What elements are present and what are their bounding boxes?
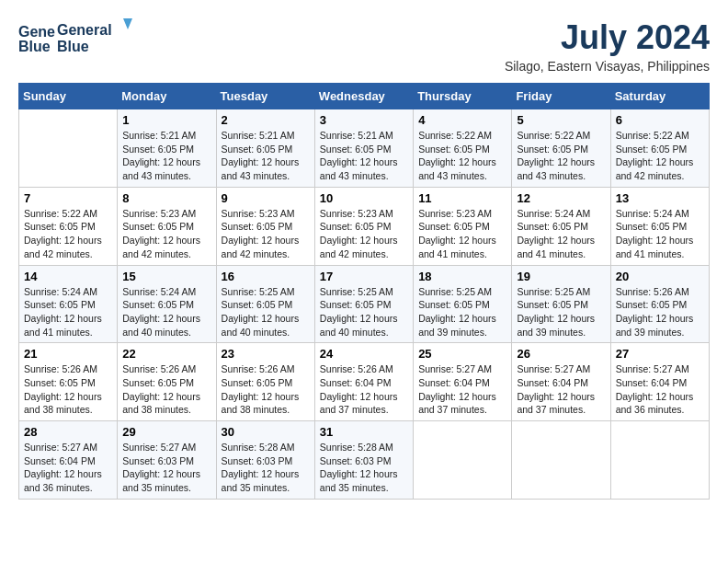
svg-text:General: General	[18, 24, 55, 40]
calendar-cell: 19Sunrise: 5:25 AM Sunset: 6:05 PM Dayli…	[512, 265, 610, 343]
calendar-cell: 24Sunrise: 5:26 AM Sunset: 6:04 PM Dayli…	[314, 343, 413, 421]
calendar-cell	[19, 109, 118, 188]
day-number: 16	[222, 270, 310, 283]
day-number: 14	[24, 270, 112, 283]
svg-text:Blue: Blue	[18, 39, 51, 54]
calendar-week-row: 1Sunrise: 5:21 AM Sunset: 6:05 PM Daylig…	[19, 109, 710, 188]
calendar-cell: 4Sunrise: 5:22 AM Sunset: 6:05 PM Daylig…	[414, 109, 512, 188]
cell-content: Sunrise: 5:21 AM Sunset: 6:05 PM Dayligh…	[122, 129, 210, 183]
svg-text:Blue: Blue	[57, 39, 89, 54]
cell-content: Sunrise: 5:25 AM Sunset: 6:05 PM Dayligh…	[418, 285, 506, 339]
title-block: July 2024 Silago, Eastern Visayas, Phili…	[505, 18, 710, 74]
col-monday: Monday	[118, 84, 216, 109]
month-year-title: July 2024	[505, 18, 710, 57]
calendar-cell: 2Sunrise: 5:21 AM Sunset: 6:05 PM Daylig…	[216, 109, 314, 188]
cell-content: Sunrise: 5:23 AM Sunset: 6:05 PM Dayligh…	[320, 207, 408, 261]
calendar-week-row: 7Sunrise: 5:22 AM Sunset: 6:05 PM Daylig…	[19, 187, 710, 265]
day-number: 9	[222, 191, 310, 205]
cell-content: Sunrise: 5:25 AM Sunset: 6:05 PM Dayligh…	[222, 285, 310, 339]
calendar-cell: 6Sunrise: 5:22 AM Sunset: 6:05 PM Daylig…	[610, 109, 709, 188]
calendar-cell: 18Sunrise: 5:25 AM Sunset: 6:05 PM Dayli…	[414, 265, 512, 343]
col-thursday: Thursday	[414, 84, 512, 109]
svg-text:General: General	[57, 22, 112, 38]
cell-content: Sunrise: 5:27 AM Sunset: 6:03 PM Dayligh…	[122, 441, 210, 495]
day-number: 24	[320, 347, 408, 361]
calendar-table: Sunday Monday Tuesday Wednesday Thursday…	[18, 83, 710, 500]
day-number: 11	[418, 191, 506, 205]
calendar-cell	[414, 421, 512, 500]
calendar-cell	[610, 421, 709, 500]
cell-content: Sunrise: 5:22 AM Sunset: 6:05 PM Dayligh…	[517, 129, 605, 183]
svg-marker-5	[123, 18, 132, 29]
day-number: 12	[517, 191, 605, 205]
calendar-cell: 23Sunrise: 5:26 AM Sunset: 6:05 PM Dayli…	[216, 343, 314, 421]
calendar-cell	[512, 421, 610, 500]
day-number: 22	[122, 347, 210, 361]
cell-content: Sunrise: 5:24 AM Sunset: 6:05 PM Dayligh…	[122, 285, 210, 339]
day-number: 20	[616, 270, 704, 283]
calendar-cell: 1Sunrise: 5:21 AM Sunset: 6:05 PM Daylig…	[118, 109, 216, 188]
day-number: 2	[222, 113, 310, 127]
calendar-cell: 13Sunrise: 5:24 AM Sunset: 6:05 PM Dayli…	[610, 187, 709, 265]
cell-content: Sunrise: 5:22 AM Sunset: 6:05 PM Dayligh…	[418, 129, 506, 183]
calendar-cell: 3Sunrise: 5:21 AM Sunset: 6:05 PM Daylig…	[314, 109, 413, 188]
day-number: 17	[320, 270, 408, 283]
day-number: 7	[24, 191, 112, 205]
day-number: 3	[320, 113, 408, 127]
cell-content: Sunrise: 5:23 AM Sunset: 6:05 PM Dayligh…	[122, 207, 210, 261]
day-number: 30	[222, 425, 310, 439]
logo: General Blue General Blue	[18, 18, 140, 59]
calendar-cell: 29Sunrise: 5:27 AM Sunset: 6:03 PM Dayli…	[118, 421, 216, 500]
calendar-cell: 30Sunrise: 5:28 AM Sunset: 6:03 PM Dayli…	[216, 421, 314, 500]
day-number: 4	[418, 113, 506, 127]
location-subtitle: Silago, Eastern Visayas, Philippines	[505, 59, 710, 74]
day-number: 26	[517, 347, 605, 361]
logo-icon: General Blue	[18, 20, 55, 57]
cell-content: Sunrise: 5:26 AM Sunset: 6:05 PM Dayligh…	[24, 362, 112, 417]
col-tuesday: Tuesday	[216, 84, 314, 109]
cell-content: Sunrise: 5:22 AM Sunset: 6:05 PM Dayligh…	[616, 129, 704, 183]
calendar-cell: 10Sunrise: 5:23 AM Sunset: 6:05 PM Dayli…	[314, 187, 413, 265]
calendar-cell: 20Sunrise: 5:26 AM Sunset: 6:05 PM Dayli…	[610, 265, 709, 343]
calendar-cell: 17Sunrise: 5:25 AM Sunset: 6:05 PM Dayli…	[314, 265, 413, 343]
calendar-week-row: 21Sunrise: 5:26 AM Sunset: 6:05 PM Dayli…	[19, 343, 710, 421]
calendar-cell: 7Sunrise: 5:22 AM Sunset: 6:05 PM Daylig…	[19, 187, 118, 265]
cell-content: Sunrise: 5:28 AM Sunset: 6:03 PM Dayligh…	[320, 441, 408, 495]
cell-content: Sunrise: 5:25 AM Sunset: 6:05 PM Dayligh…	[320, 285, 408, 339]
cell-content: Sunrise: 5:24 AM Sunset: 6:05 PM Dayligh…	[616, 207, 704, 261]
cell-content: Sunrise: 5:22 AM Sunset: 6:05 PM Dayligh…	[24, 207, 112, 261]
calendar-cell: 26Sunrise: 5:27 AM Sunset: 6:04 PM Dayli…	[512, 343, 610, 421]
calendar-cell: 11Sunrise: 5:23 AM Sunset: 6:05 PM Dayli…	[414, 187, 512, 265]
day-number: 8	[122, 191, 210, 205]
header-row: Sunday Monday Tuesday Wednesday Thursday…	[19, 84, 710, 109]
cell-content: Sunrise: 5:24 AM Sunset: 6:05 PM Dayligh…	[24, 285, 112, 339]
col-friday: Friday	[512, 84, 610, 109]
calendar-cell: 5Sunrise: 5:22 AM Sunset: 6:05 PM Daylig…	[512, 109, 610, 188]
calendar-cell: 12Sunrise: 5:24 AM Sunset: 6:05 PM Dayli…	[512, 187, 610, 265]
calendar-week-row: 28Sunrise: 5:27 AM Sunset: 6:04 PM Dayli…	[19, 421, 710, 500]
col-sunday: Sunday	[19, 84, 118, 109]
calendar-cell: 28Sunrise: 5:27 AM Sunset: 6:04 PM Dayli…	[19, 421, 118, 500]
cell-content: Sunrise: 5:26 AM Sunset: 6:05 PM Dayligh…	[222, 362, 310, 417]
day-number: 10	[320, 191, 408, 205]
day-number: 27	[616, 347, 704, 361]
calendar-body: 1Sunrise: 5:21 AM Sunset: 6:05 PM Daylig…	[19, 109, 710, 500]
day-number: 29	[122, 425, 210, 439]
cell-content: Sunrise: 5:26 AM Sunset: 6:04 PM Dayligh…	[320, 362, 408, 417]
day-number: 13	[616, 191, 704, 205]
day-number: 1	[122, 113, 210, 127]
day-number: 31	[320, 425, 408, 439]
logo-full: General Blue	[57, 18, 140, 59]
cell-content: Sunrise: 5:27 AM Sunset: 6:04 PM Dayligh…	[616, 362, 704, 417]
cell-content: Sunrise: 5:24 AM Sunset: 6:05 PM Dayligh…	[517, 207, 605, 261]
day-number: 5	[517, 113, 605, 127]
day-number: 6	[616, 113, 704, 127]
cell-content: Sunrise: 5:23 AM Sunset: 6:05 PM Dayligh…	[418, 207, 506, 261]
calendar-cell: 25Sunrise: 5:27 AM Sunset: 6:04 PM Dayli…	[414, 343, 512, 421]
calendar-cell: 8Sunrise: 5:23 AM Sunset: 6:05 PM Daylig…	[118, 187, 216, 265]
page-header: General Blue General Blue July 2024 Sila…	[18, 18, 710, 74]
day-number: 18	[418, 270, 506, 283]
cell-content: Sunrise: 5:27 AM Sunset: 6:04 PM Dayligh…	[517, 362, 605, 417]
calendar-cell: 16Sunrise: 5:25 AM Sunset: 6:05 PM Dayli…	[216, 265, 314, 343]
calendar-week-row: 14Sunrise: 5:24 AM Sunset: 6:05 PM Dayli…	[19, 265, 710, 343]
